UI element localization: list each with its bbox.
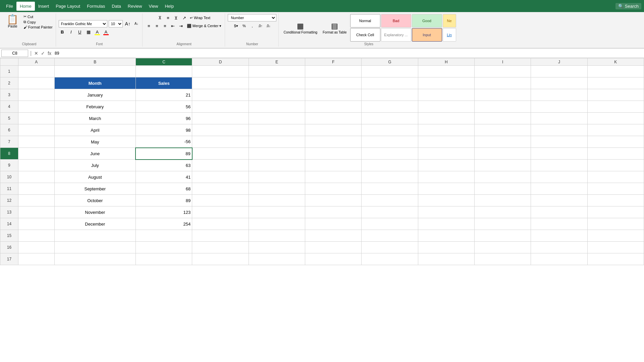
cell-C5[interactable]: 96	[136, 113, 192, 124]
cell-A17[interactable]	[18, 253, 54, 265]
cell-E1[interactable]	[249, 66, 305, 77]
cell-C4[interactable]: 56	[136, 101, 192, 113]
cell-B3[interactable]: January	[54, 89, 136, 101]
cell-C12[interactable]: 89	[136, 195, 192, 206]
row-header-2[interactable]: 2	[0, 77, 18, 89]
cell-C14[interactable]: 254	[136, 218, 192, 230]
row-header-17[interactable]: 17	[0, 253, 18, 265]
col-header-b[interactable]: B	[54, 58, 136, 66]
cell-E7[interactable]	[249, 136, 305, 148]
cell-B11[interactable]: September	[54, 183, 136, 195]
cell-F11[interactable]	[305, 183, 361, 195]
cell-A3[interactable]	[18, 89, 54, 101]
cell-D8[interactable]	[192, 148, 249, 160]
cell-G12[interactable]	[362, 195, 418, 206]
conditional-formatting-button[interactable]: ▦ Conditional Formatting	[281, 20, 319, 36]
menu-home[interactable]: Home	[16, 2, 35, 11]
merge-center-button[interactable]: ⬛ Merge & Center ▾	[185, 22, 223, 29]
cell-J1[interactable]	[531, 66, 587, 77]
cell-G17[interactable]	[362, 253, 418, 265]
row-header-1[interactable]: 1	[0, 66, 18, 77]
cell-D14[interactable]	[192, 218, 249, 230]
font-color-button[interactable]: A	[102, 28, 110, 36]
cell-J3[interactable]	[531, 89, 587, 101]
align-right-button[interactable]: ≡	[161, 22, 169, 29]
cell-D4[interactable]	[192, 101, 249, 113]
cell-K2[interactable]	[587, 77, 644, 89]
cell-B7[interactable]: May	[54, 136, 136, 148]
format-as-table-button[interactable]: ▤ Format as Table	[321, 20, 349, 36]
cell-C17[interactable]	[136, 253, 192, 265]
cell-I15[interactable]	[474, 230, 531, 242]
cell-J4[interactable]	[531, 101, 587, 113]
cell-A7[interactable]	[18, 136, 54, 148]
cell-D7[interactable]	[192, 136, 249, 148]
cell-J5[interactable]	[531, 113, 587, 124]
cell-F16[interactable]	[305, 242, 361, 253]
row-header-10[interactable]: 10	[0, 171, 18, 183]
style-input[interactable]: Input	[412, 28, 442, 42]
cell-A9[interactable]	[18, 160, 54, 171]
font-size-select[interactable]: 10	[109, 20, 123, 27]
cell-H9[interactable]	[418, 160, 474, 171]
cell-I17[interactable]	[474, 253, 531, 265]
insert-function-icon[interactable]: fx	[47, 50, 52, 57]
cell-J13[interactable]	[531, 206, 587, 218]
percent-button[interactable]: %	[240, 22, 248, 29]
col-header-h[interactable]: H	[418, 58, 474, 66]
row-header-6[interactable]: 6	[0, 124, 18, 136]
cell-G1[interactable]	[362, 66, 418, 77]
cell-I10[interactable]	[474, 171, 531, 183]
col-header-e[interactable]: E	[249, 58, 305, 66]
cell-D10[interactable]	[192, 171, 249, 183]
style-good[interactable]: Good	[412, 14, 442, 27]
cell-D6[interactable]	[192, 124, 249, 136]
cell-B10[interactable]: August	[54, 171, 136, 183]
cell-K5[interactable]	[587, 113, 644, 124]
cell-A14[interactable]	[18, 218, 54, 230]
cell-C13[interactable]: 123	[136, 206, 192, 218]
cell-H14[interactable]	[418, 218, 474, 230]
cell-B16[interactable]	[54, 242, 136, 253]
cell-I3[interactable]	[474, 89, 531, 101]
cell-I14[interactable]	[474, 218, 531, 230]
cell-E8[interactable]	[249, 148, 305, 160]
style-normal[interactable]: Normal	[350, 14, 380, 27]
align-top-button[interactable]: ⊼	[156, 14, 164, 21]
col-header-a[interactable]: A	[18, 58, 54, 66]
menu-formulas[interactable]: Formulas	[84, 2, 108, 11]
col-header-j[interactable]: J	[531, 58, 587, 66]
cell-F2[interactable]	[305, 77, 361, 89]
cell-E17[interactable]	[249, 253, 305, 265]
cell-I16[interactable]	[474, 242, 531, 253]
decrease-font-button[interactable]: A↓	[133, 20, 140, 27]
cell-A16[interactable]	[18, 242, 54, 253]
cell-B5[interactable]: March	[54, 113, 136, 124]
comma-button[interactable]: ,	[249, 22, 256, 29]
cell-J2[interactable]	[531, 77, 587, 89]
cell-B17[interactable]	[54, 253, 136, 265]
row-header-15[interactable]: 15	[0, 230, 18, 242]
cell-F12[interactable]	[305, 195, 361, 206]
cell-K7[interactable]	[587, 136, 644, 148]
menu-view[interactable]: View	[145, 2, 161, 11]
cell-K17[interactable]	[587, 253, 644, 265]
cell-F13[interactable]	[305, 206, 361, 218]
cell-J16[interactable]	[531, 242, 587, 253]
cell-H8[interactable]	[418, 148, 474, 160]
cell-K6[interactable]	[587, 124, 644, 136]
cell-G6[interactable]	[362, 124, 418, 136]
cell-H15[interactable]	[418, 230, 474, 242]
col-header-i[interactable]: I	[474, 58, 531, 66]
cell-D17[interactable]	[192, 253, 249, 265]
cell-J12[interactable]	[531, 195, 587, 206]
cell-A6[interactable]	[18, 124, 54, 136]
bold-button[interactable]: B	[59, 28, 66, 36]
cell-A4[interactable]	[18, 101, 54, 113]
row-header-5[interactable]: 5	[0, 113, 18, 124]
cell-K13[interactable]	[587, 206, 644, 218]
cell-E15[interactable]	[249, 230, 305, 242]
cell-A8[interactable]	[18, 148, 54, 160]
cell-G15[interactable]	[362, 230, 418, 242]
cell-H5[interactable]	[418, 113, 474, 124]
